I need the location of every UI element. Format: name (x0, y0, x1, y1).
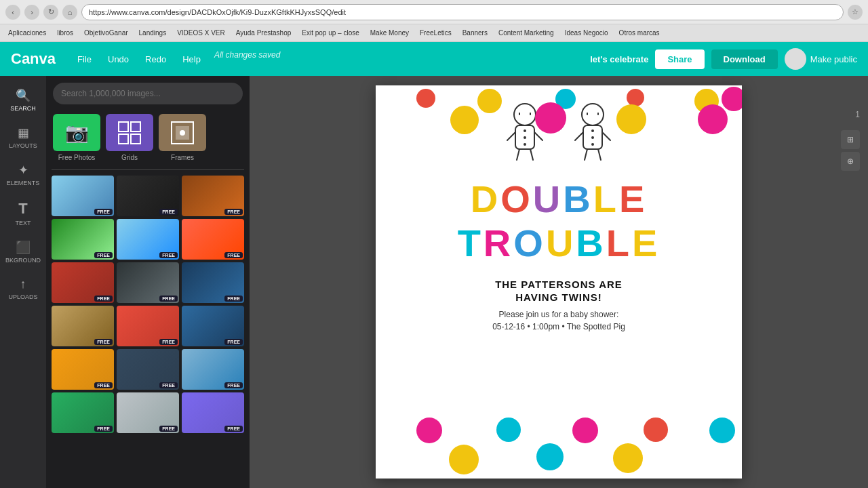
photo-thumb[interactable]: FREE (117, 306, 179, 346)
bookmark-banners[interactable]: Banners (460, 28, 490, 38)
bookmark-ideas[interactable]: Ideas Negocio (562, 28, 611, 38)
photo-thumb[interactable]: FREE (117, 219, 179, 260)
make-public-button[interactable]: Make public (785, 48, 857, 70)
free-badge: FREE (159, 382, 178, 388)
photo-thumb[interactable]: FREE (52, 349, 114, 390)
photo-thumb[interactable]: FREE (117, 392, 179, 433)
bookmark-otros[interactable]: Otros marcas (616, 28, 663, 38)
photo-thumb[interactable]: FREE (182, 176, 244, 216)
photo-thumb[interactable]: FREE (182, 349, 244, 390)
category-free-photos[interactable]: 📷 Free Photos Free Photos (53, 114, 100, 161)
share-button[interactable]: Share (655, 49, 704, 69)
dot-7 (616, 104, 646, 134)
category-label-frames: Frames (171, 154, 194, 161)
bookmark-money[interactable]: Make Money (368, 28, 412, 38)
zoom-button[interactable]: ⊕ (841, 152, 860, 171)
photo-thumb[interactable]: FREE (52, 262, 114, 303)
nav-help[interactable]: Help (174, 50, 209, 68)
photo-thumb[interactable]: FREE (117, 176, 179, 216)
dot-6 (535, 102, 566, 134)
home-button[interactable]: ⌂ (62, 5, 77, 20)
photo-thumb[interactable]: FREE (182, 392, 244, 433)
dot-17 (722, 87, 742, 111)
search-icon: 🔍 (16, 88, 31, 103)
sidebar-label-text: TEXT (15, 220, 31, 226)
main-content: 🔍 SEARCH ▦ LAYOUTS ✦ ELEMENTS T TEXT ⬛ B… (0, 76, 868, 488)
browser-bar: ‹ › ↻ ⌂ https://www.canva.com/design/DAC… (0, 0, 868, 24)
bookmark-aplicaciones[interactable]: Aplicaciones (5, 28, 49, 38)
search-input[interactable] (53, 83, 243, 104)
canvas-area: 1 ⊞ ⊕ (250, 76, 868, 488)
photo-thumb[interactable]: FREE (117, 349, 179, 390)
free-badge: FREE (224, 382, 243, 388)
bookmark-objetivo[interactable]: ObjetivoGanar (81, 28, 130, 38)
svg-point-22 (591, 129, 594, 132)
category-frames[interactable]: Frames (159, 114, 206, 161)
bookmark-videos[interactable]: VIDEOS X VER (174, 28, 228, 38)
bookmark-ayuda[interactable]: Ayuda Prestashop (233, 28, 294, 38)
sidebar-item-layouts[interactable]: ▦ LAYOUTS (3, 120, 43, 155)
photo-thumb[interactable]: FREE (52, 219, 114, 260)
free-badge: FREE (94, 252, 113, 258)
free-badge: FREE (94, 426, 113, 432)
url-bar[interactable]: https://www.canva.com/design/DACDkOxOjfk… (81, 4, 844, 20)
sidebar-item-uploads[interactable]: ↑ UPLOADS (3, 272, 43, 306)
svg-point-24 (591, 143, 594, 146)
free-badge: FREE (224, 426, 243, 432)
svg-rect-0 (119, 122, 128, 131)
photo-thumb[interactable]: FREE (52, 392, 114, 433)
design-canvas[interactable]: DOUBLE TROUBLE THE PATTERSONS ARE HAVING… (376, 85, 742, 479)
dot-14 (449, 445, 479, 474)
arrange-button[interactable]: ⊞ (841, 130, 860, 149)
celebrate-button[interactable]: let's celebrate (590, 54, 648, 64)
forward-button[interactable]: › (24, 5, 39, 20)
svg-point-23 (591, 136, 594, 139)
photo-thumb[interactable]: FREE (52, 176, 114, 216)
star-button[interactable]: ☆ (848, 5, 863, 20)
make-public-label: Make public (810, 54, 857, 64)
bookmark-exit[interactable]: Exit pop up – close (299, 28, 362, 38)
canvas-inner: DOUBLE TROUBLE THE PATTERSONS ARE HAVING… (376, 85, 742, 479)
dot-11 (572, 418, 598, 443)
photo-thumb[interactable]: FREE (117, 262, 179, 303)
elements-icon: ✦ (18, 163, 28, 178)
sidebar-item-elements[interactable]: ✦ ELEMENTS (3, 157, 43, 192)
frames-thumb (159, 114, 206, 151)
nav-file[interactable]: File (69, 50, 100, 68)
dot-10 (496, 418, 521, 442)
photo-thumb[interactable]: FREE (182, 262, 244, 303)
bookmark-freeletics[interactable]: FreeLetics (417, 28, 454, 38)
photo-thumb[interactable]: FREE (182, 306, 244, 346)
free-badge: FREE (94, 382, 113, 388)
free-photos-thumb: 📷 Free Photos (53, 114, 100, 151)
free-badge: FREE (224, 296, 243, 302)
svg-point-13 (524, 143, 526, 146)
sidebar-item-text[interactable]: T TEXT (3, 195, 43, 232)
svg-line-27 (585, 149, 587, 160)
free-badge: FREE (94, 339, 113, 345)
back-button[interactable]: ‹ (5, 5, 20, 20)
bookmark-landings[interactable]: Landings (136, 28, 170, 38)
uploads-icon: ↑ (20, 277, 26, 291)
reload-button[interactable]: ↻ (43, 5, 58, 20)
nav-redo[interactable]: Redo (137, 50, 174, 68)
avatar (785, 48, 806, 70)
sidebar: 🔍 SEARCH ▦ LAYOUTS ✦ ELEMENTS T TEXT ⬛ B… (0, 76, 46, 488)
free-badge: FREE (159, 426, 178, 432)
sidebar-label-search: SEARCH (10, 105, 36, 112)
nav-undo[interactable]: Undo (100, 50, 137, 68)
bookmark-libros[interactable]: libros (54, 28, 76, 38)
design-title-trouble: TROUBLE (376, 221, 742, 265)
panel-separator (52, 169, 244, 170)
svg-line-15 (534, 132, 542, 140)
svg-rect-1 (131, 122, 140, 131)
category-grids[interactable]: Grids (106, 114, 153, 161)
sidebar-item-background[interactable]: ⬛ BKGROUND (3, 235, 43, 269)
sidebar-item-search[interactable]: 🔍 SEARCH (3, 83, 43, 117)
photo-thumb[interactable]: FREE (52, 306, 114, 346)
download-button[interactable]: Download (711, 49, 778, 69)
dot-3 (627, 89, 644, 106)
bookmark-content[interactable]: Content Marketing (496, 28, 557, 38)
photo-thumb[interactable]: FREE (182, 219, 244, 260)
free-badge: FREE (159, 296, 178, 302)
